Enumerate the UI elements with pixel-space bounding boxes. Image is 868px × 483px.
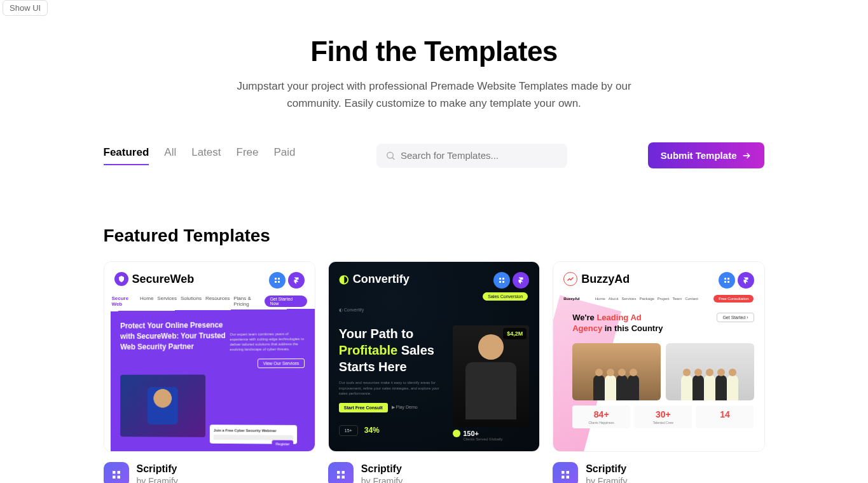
template-thumbnail[interactable]: SecureWeb Secure Web Home Services Solut… bbox=[104, 261, 315, 452]
author-logo-icon bbox=[553, 462, 578, 483]
svg-rect-4 bbox=[278, 278, 280, 280]
svg-rect-7 bbox=[113, 471, 116, 474]
badge-icon bbox=[493, 272, 510, 289]
template-card: ◐Convertify Sales Conversion ◐ Convertif… bbox=[328, 261, 540, 483]
svg-rect-3 bbox=[275, 278, 277, 280]
framer-icon bbox=[513, 272, 529, 289]
tab-free[interactable]: Free bbox=[237, 146, 259, 165]
svg-rect-24 bbox=[567, 471, 570, 474]
template-title[interactable]: Scriptify bbox=[586, 463, 627, 475]
svg-rect-10 bbox=[117, 476, 120, 479]
template-author[interactable]: by Framify bbox=[137, 476, 178, 483]
tab-all[interactable]: All bbox=[164, 146, 176, 165]
framer-icon bbox=[288, 272, 305, 289]
svg-rect-14 bbox=[502, 281, 504, 283]
svg-rect-17 bbox=[337, 476, 340, 479]
svg-rect-26 bbox=[567, 476, 570, 479]
svg-line-1 bbox=[392, 158, 394, 160]
tab-featured[interactable]: Featured bbox=[104, 146, 149, 165]
svg-rect-8 bbox=[117, 471, 120, 474]
svg-rect-15 bbox=[337, 471, 340, 474]
author-logo-icon bbox=[104, 462, 129, 483]
brand-name: SecureWeb bbox=[132, 273, 195, 286]
svg-rect-23 bbox=[561, 471, 565, 474]
svg-rect-25 bbox=[561, 476, 565, 479]
svg-rect-9 bbox=[113, 476, 116, 479]
framer-icon bbox=[738, 272, 754, 289]
submit-template-button[interactable]: Submit Template bbox=[648, 142, 765, 168]
svg-rect-22 bbox=[727, 281, 729, 283]
controls-row: Featured All Latest Free Paid Submit Tem… bbox=[104, 142, 765, 168]
svg-rect-18 bbox=[341, 476, 345, 479]
show-ui-button[interactable]: Show UI bbox=[3, 0, 48, 16]
tab-paid[interactable]: Paid bbox=[273, 146, 295, 165]
chart-icon bbox=[563, 272, 577, 286]
svg-rect-19 bbox=[724, 278, 726, 280]
search-input[interactable] bbox=[401, 150, 558, 161]
template-card: BuzzyAd BuzzyAd Home About Services Pack… bbox=[553, 261, 764, 483]
author-logo-icon bbox=[328, 462, 354, 483]
brand-name: Convertify bbox=[353, 273, 410, 286]
search-icon bbox=[385, 150, 396, 161]
svg-rect-16 bbox=[341, 471, 345, 474]
svg-rect-6 bbox=[278, 281, 280, 283]
svg-rect-20 bbox=[727, 278, 729, 280]
svg-rect-11 bbox=[499, 278, 501, 280]
search-box[interactable] bbox=[376, 144, 567, 168]
hero: Find the Templates Jumpstart your projec… bbox=[104, 0, 765, 112]
section-title: Featured Templates bbox=[104, 226, 765, 246]
template-grid: SecureWeb Secure Web Home Services Solut… bbox=[104, 261, 765, 483]
svg-rect-13 bbox=[499, 281, 501, 283]
tab-latest[interactable]: Latest bbox=[191, 146, 221, 165]
svg-point-0 bbox=[387, 152, 393, 158]
badge-icon bbox=[269, 272, 286, 289]
template-thumbnail[interactable]: BuzzyAd BuzzyAd Home About Services Pack… bbox=[553, 261, 764, 452]
template-author[interactable]: by Framify bbox=[361, 476, 403, 483]
page-title: Find the Templates bbox=[104, 36, 765, 67]
arrow-right-icon bbox=[741, 151, 752, 161]
svg-rect-5 bbox=[275, 281, 277, 283]
brand-name: BuzzyAd bbox=[581, 273, 630, 286]
svg-rect-12 bbox=[502, 278, 504, 280]
filter-tabs: Featured All Latest Free Paid bbox=[104, 146, 296, 165]
template-card: SecureWeb Secure Web Home Services Solut… bbox=[104, 261, 315, 483]
badge-icon bbox=[719, 272, 735, 289]
template-title[interactable]: Scriptify bbox=[361, 463, 403, 475]
template-author[interactable]: by Framify bbox=[586, 476, 627, 483]
page-subtitle: Jumpstart your project with professional… bbox=[231, 78, 638, 112]
shield-icon bbox=[114, 272, 128, 286]
submit-label: Submit Template bbox=[661, 150, 737, 161]
template-thumbnail[interactable]: ◐Convertify Sales Conversion ◐ Convertif… bbox=[328, 261, 540, 452]
template-title[interactable]: Scriptify bbox=[137, 463, 178, 475]
svg-rect-21 bbox=[724, 281, 726, 283]
